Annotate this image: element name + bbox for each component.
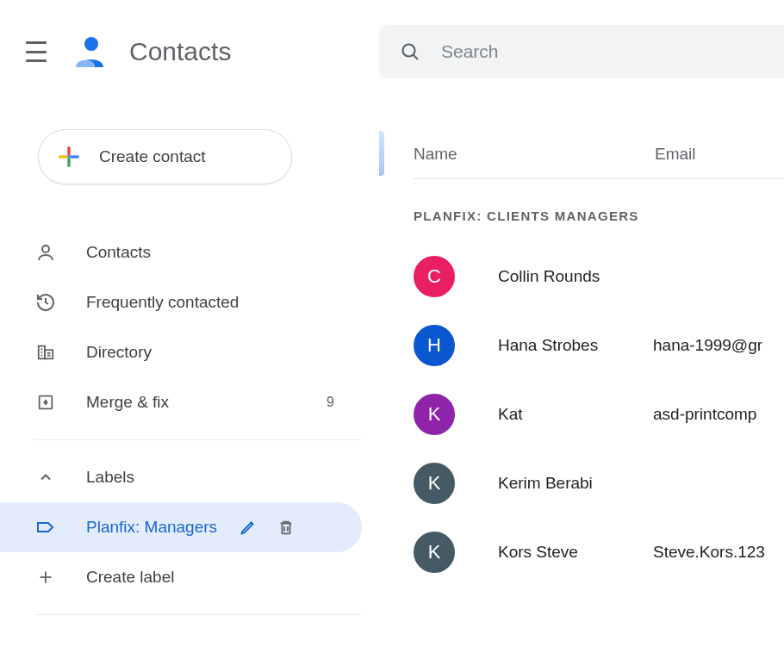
nav-merge-fix[interactable]: Merge & fix 9 xyxy=(0,377,362,427)
divider xyxy=(34,614,362,615)
search-input[interactable] xyxy=(441,41,763,62)
contact-email: Steve.Kors.123 xyxy=(653,543,765,562)
svg-point-8 xyxy=(42,246,49,252)
search-icon xyxy=(400,41,420,62)
search-box[interactable] xyxy=(379,25,784,78)
chevron-up-icon xyxy=(34,466,57,488)
svg-rect-10 xyxy=(45,350,53,358)
avatar: K xyxy=(414,463,455,504)
contact-row[interactable]: K Kat asd-printcomp xyxy=(414,380,784,449)
nav-label: Contacts xyxy=(86,243,334,262)
svg-rect-3 xyxy=(67,146,70,155)
contacts-logo xyxy=(72,33,110,71)
nav-label: Frequently contacted xyxy=(86,293,334,312)
labels-header-label: Labels xyxy=(86,468,334,487)
contact-row[interactable]: C Collin Rounds xyxy=(414,242,784,311)
avatar: K xyxy=(414,532,455,573)
contact-row[interactable]: K Kerim Berabi xyxy=(414,449,784,518)
contact-email: asd-printcomp xyxy=(653,405,756,424)
contact-row[interactable]: H Hana Strobes hana-1999@gr xyxy=(414,311,784,380)
nav-labels-header[interactable]: Labels xyxy=(0,452,362,502)
merge-fix-count: 9 xyxy=(327,395,334,410)
svg-point-0 xyxy=(84,37,98,51)
label-planfix-managers[interactable]: Planfix: Managers xyxy=(0,502,362,552)
label-text: Planfix: Managers xyxy=(86,518,237,537)
merge-icon xyxy=(34,391,57,414)
contact-name: Hana Strobes xyxy=(498,336,653,355)
plus-icon xyxy=(34,566,57,588)
svg-rect-4 xyxy=(67,159,70,167)
svg-rect-6 xyxy=(71,155,79,158)
plus-multicolor-icon xyxy=(56,144,82,170)
contact-name: Kat xyxy=(498,405,653,424)
person-icon xyxy=(34,241,57,264)
avatar: H xyxy=(414,325,455,366)
section-title: PLANFIX: CLIENTS MANAGERS xyxy=(414,208,784,223)
label-icon xyxy=(34,516,57,538)
contact-name: Kerim Berabi xyxy=(498,474,653,493)
delete-label-button[interactable] xyxy=(275,516,297,538)
avatar: K xyxy=(414,394,455,435)
avatar: C xyxy=(414,256,455,297)
nav-contacts[interactable]: Contacts xyxy=(0,227,362,277)
create-label-text: Create label xyxy=(86,568,334,587)
svg-point-1 xyxy=(403,45,415,57)
contact-row[interactable]: K Kors Steve Steve.Kors.123 xyxy=(414,518,784,587)
sidebar: Create contact Contacts xyxy=(0,103,379,672)
nav-directory[interactable]: Directory xyxy=(0,327,362,377)
contact-list: C Collin Rounds H Hana Strobes hana-1999… xyxy=(414,242,784,587)
list-header: Name Email xyxy=(414,129,784,179)
history-icon xyxy=(34,291,57,314)
nav-label: Merge & fix xyxy=(86,393,327,412)
nav-frequent[interactable]: Frequently contacted xyxy=(0,277,362,327)
svg-rect-18 xyxy=(282,523,289,533)
menu-icon[interactable] xyxy=(26,41,47,62)
domain-icon xyxy=(34,341,57,364)
column-indicator xyxy=(379,131,384,176)
app-title: Contacts xyxy=(129,37,231,66)
column-email[interactable]: Email xyxy=(655,145,696,164)
svg-rect-5 xyxy=(59,155,67,158)
contact-name: Kors Steve xyxy=(498,543,653,562)
svg-line-2 xyxy=(414,55,419,60)
column-name[interactable]: Name xyxy=(414,145,655,164)
edit-label-button[interactable] xyxy=(237,516,259,538)
main-content: Name Email PLANFIX: CLIENTS MANAGERS C C… xyxy=(379,103,784,672)
nav-create-label[interactable]: Create label xyxy=(0,552,362,602)
svg-marker-17 xyxy=(43,399,48,405)
divider xyxy=(34,439,362,440)
contact-name: Collin Rounds xyxy=(498,267,653,286)
contact-email: hana-1999@gr xyxy=(653,336,762,355)
create-contact-label: Create contact xyxy=(99,147,206,166)
create-contact-button[interactable]: Create contact xyxy=(38,129,292,184)
nav-label: Directory xyxy=(86,343,334,362)
svg-rect-7 xyxy=(67,155,70,158)
